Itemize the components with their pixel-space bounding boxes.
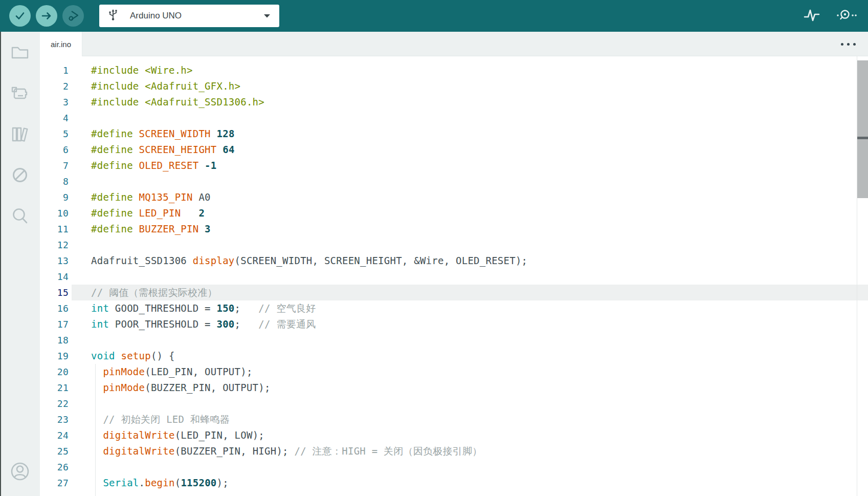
waveform-icon <box>803 7 820 25</box>
code-line[interactable]: 3#include <Adafruit_SSD1306.h> <box>40 94 868 110</box>
debug-play-gear-icon <box>66 9 80 23</box>
code-text <box>72 174 868 189</box>
code-line[interactable]: 1#include <Wire.h> <box>40 62 868 78</box>
code-line[interactable]: 11#define BUZZER_PIN 3 <box>40 221 868 237</box>
tab-more-menu-button[interactable] <box>839 32 858 56</box>
code-line[interactable]: 25 digitalWrite(BUZZER_PIN, HIGH); // 注意… <box>40 443 868 459</box>
code-line[interactable]: 15// 阈值（需根据实际校准） <box>40 285 868 300</box>
search-icon <box>9 205 31 227</box>
line-number: 16 <box>40 300 72 316</box>
code-text: #include <Adafruit_SSD1306.h> <box>72 94 868 110</box>
line-number: 2 <box>40 78 72 94</box>
code-line[interactable]: 18 <box>40 332 868 348</box>
line-number: 9 <box>40 189 72 205</box>
code-line[interactable]: 26 <box>40 459 868 475</box>
sidebar-item-debugger[interactable] <box>0 155 40 196</box>
indent-guide <box>95 364 96 496</box>
line-number: 20 <box>40 364 72 380</box>
circuit-board-icon <box>9 82 31 104</box>
serial-plotter-button[interactable] <box>800 5 823 27</box>
code-line[interactable]: 2#include <Adafruit_GFX.h> <box>40 78 868 94</box>
line-number: 11 <box>40 221 72 237</box>
code-line[interactable]: 7#define OLED_RESET -1 <box>40 158 868 174</box>
books-icon <box>9 123 31 145</box>
line-number: 6 <box>40 142 72 158</box>
sidebar-item-sketchbook[interactable] <box>0 32 40 73</box>
person-icon <box>7 459 33 484</box>
board-selector-label: Arduino UNO <box>130 11 263 21</box>
code-line[interactable]: 8 <box>40 174 868 189</box>
code-line[interactable]: 21 pinMode(BUZZER_PIN, OUTPUT); <box>40 380 868 396</box>
line-number: 14 <box>40 269 72 285</box>
code-text: pinMode(BUZZER_PIN, OUTPUT); <box>72 380 868 396</box>
tab-label: air.ino <box>51 40 71 49</box>
debug-button[interactable] <box>62 5 84 27</box>
code-line[interactable]: 27 Serial.begin(115200); <box>40 475 868 491</box>
code-line[interactable]: 9#define MQ135_PIN A0 <box>40 189 868 205</box>
usb-icon <box>107 8 119 24</box>
code-line[interactable]: 5#define SCREEN_WIDTH 128 <box>40 126 868 142</box>
upload-button[interactable] <box>36 5 57 27</box>
code-text: int POOR_THRESHOLD = 300; // 需要通风 <box>72 316 868 332</box>
tab-air-ino[interactable]: air.ino <box>40 32 82 56</box>
code-text: #define BUZZER_PIN 3 <box>72 221 868 237</box>
code-line[interactable]: 10#define LED_PIN 2 <box>40 205 868 221</box>
code-text: #define OLED_RESET -1 <box>72 158 868 174</box>
arrow-right-icon <box>40 10 53 22</box>
code-text: // 初始关闭 LED 和蜂鸣器 <box>72 412 868 427</box>
code-text: Serial.begin(115200); <box>72 475 868 491</box>
line-number: 10 <box>40 205 72 221</box>
code-text: #include <Wire.h> <box>72 62 868 78</box>
code-text <box>72 459 868 475</box>
sidebar-item-search[interactable] <box>0 196 40 236</box>
scrollbar-thumb[interactable] <box>857 60 868 198</box>
line-number: 21 <box>40 380 72 396</box>
code-line[interactable]: 13Adafruit_SSD1306 display(SCREEN_WIDTH,… <box>40 253 868 269</box>
chevron-down-icon <box>263 11 271 20</box>
sidebar-item-account[interactable] <box>0 447 40 496</box>
code-text <box>72 269 868 285</box>
arduino-ide-window: Arduino UNO <box>0 0 868 496</box>
activity-sidebar <box>0 32 40 496</box>
line-number: 26 <box>40 459 72 475</box>
code-text <box>72 110 868 126</box>
verify-button[interactable] <box>9 5 31 27</box>
code-text: #define SCREEN_HEIGHT 64 <box>72 142 868 158</box>
line-number: 17 <box>40 316 72 332</box>
code-text: digitalWrite(LED_PIN, LOW); <box>72 427 868 443</box>
code-line[interactable]: 14 <box>40 269 868 285</box>
code-line[interactable]: 19void setup() { <box>40 348 868 364</box>
code-text: // 阈值（需根据实际校准） <box>72 285 868 300</box>
code-line[interactable]: 4 <box>40 110 868 126</box>
line-number: 22 <box>40 396 72 412</box>
code-line[interactable]: 23 // 初始关闭 LED 和蜂鸣器 <box>40 412 868 427</box>
code-line[interactable]: 17int POOR_THRESHOLD = 300; // 需要通风 <box>40 316 868 332</box>
code-lines: 1#include <Wire.h>2#include <Adafruit_GF… <box>40 56 868 491</box>
line-number: 5 <box>40 126 72 142</box>
line-number: 12 <box>40 237 72 253</box>
code-line[interactable]: 16int GOOD_THRESHOLD = 150; // 空气良好 <box>40 300 868 316</box>
window-edge <box>0 32 1 496</box>
toolbar: Arduino UNO <box>0 0 868 32</box>
code-text: #define LED_PIN 2 <box>72 205 868 221</box>
code-line[interactable]: 6#define SCREEN_HEIGHT 64 <box>40 142 868 158</box>
line-number: 19 <box>40 348 72 364</box>
code-line[interactable]: 12 <box>40 237 868 253</box>
code-line[interactable]: 22 <box>40 396 868 412</box>
code-text <box>72 237 868 253</box>
line-number: 18 <box>40 332 72 348</box>
ellipsis-icon <box>841 43 856 46</box>
code-text <box>72 332 868 348</box>
code-editor[interactable]: 1#include <Wire.h>2#include <Adafruit_GF… <box>40 56 868 496</box>
folder-icon <box>9 41 31 63</box>
code-line[interactable]: 20 pinMode(LED_PIN, OUTPUT); <box>40 364 868 380</box>
board-selector-dropdown[interactable]: Arduino UNO <box>99 5 279 27</box>
sidebar-item-library-manager[interactable] <box>0 114 40 155</box>
serial-monitor-button[interactable] <box>835 5 858 27</box>
code-line[interactable]: 24 digitalWrite(LED_PIN, LOW); <box>40 427 868 443</box>
code-text: digitalWrite(BUZZER_PIN, HIGH); // 注意：HI… <box>72 443 868 459</box>
line-number: 1 <box>40 62 72 78</box>
slashed-circle-icon <box>9 164 31 186</box>
editor-scrollbar[interactable] <box>857 56 868 496</box>
sidebar-item-boards-manager[interactable] <box>0 73 40 114</box>
